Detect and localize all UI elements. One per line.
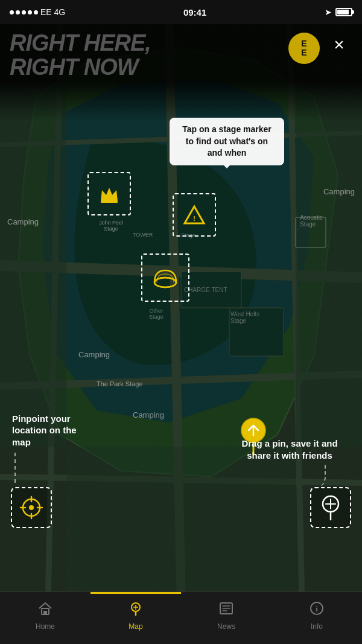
signal-dots xyxy=(10,10,38,14)
nav-item-news[interactable]: News xyxy=(181,592,272,644)
close-button[interactable]: × xyxy=(326,31,352,58)
location-button[interactable] xyxy=(11,487,52,528)
svg-rect-16 xyxy=(296,84,362,447)
svg-marker-21 xyxy=(101,188,118,201)
pyramid-icon: ! xyxy=(183,205,206,225)
tower-stage-label: TOWER xyxy=(133,232,153,238)
crosshair-icon xyxy=(18,494,45,521)
bottom-nav: Home Map News xyxy=(0,591,362,644)
pin-button[interactable] xyxy=(310,487,351,528)
camping-label-bottom-left: Camping xyxy=(78,350,110,359)
pin-button-icon xyxy=(320,494,341,521)
svg-text:!: ! xyxy=(193,215,195,222)
status-bar: EE 4G 09:41 ➤ xyxy=(0,0,362,24)
other-stage-marker[interactable] xyxy=(141,253,189,302)
tent-icon xyxy=(151,266,179,290)
svg-point-30 xyxy=(29,505,34,510)
home-icon xyxy=(37,601,53,620)
pinpoint-hint-text: Pinpoint your location on the map xyxy=(12,413,77,447)
camping-label-right: Camping xyxy=(323,187,355,196)
pinpoint-hint: Pinpoint your location on the map xyxy=(12,413,97,483)
park-stage-label: The Park Stage xyxy=(97,380,142,387)
battery-icon xyxy=(335,8,352,16)
pyramid-stage-marker[interactable]: ! xyxy=(173,193,216,237)
map-label: Map xyxy=(129,622,142,631)
location-arrow-icon: ➤ xyxy=(325,7,332,17)
svg-rect-22 xyxy=(101,201,118,203)
nav-item-home[interactable]: Home xyxy=(0,592,91,644)
news-icon xyxy=(218,601,234,620)
pyramid-stage-label: Stage xyxy=(181,232,195,238)
drag-hint: Drag a pin, save it and share it with fr… xyxy=(235,438,344,489)
camping-label-bottom: Camping xyxy=(133,410,164,419)
info-icon: i xyxy=(309,601,325,620)
status-right: ➤ xyxy=(325,7,352,17)
acoustic-stage-label: AcousticStage xyxy=(300,214,323,228)
main-stage-label: John PeelStage xyxy=(89,220,133,232)
map-area[interactable]: Camping Camping Camping Camping The Park… xyxy=(0,24,362,591)
ee-logo-text: EE xyxy=(301,39,306,58)
crown-icon xyxy=(98,184,120,203)
status-left: EE 4G xyxy=(10,7,65,17)
camping-label-left: Camping xyxy=(7,217,39,226)
stage-tooltip: Tap on a stage marker to find out what's… xyxy=(170,118,284,165)
home-label: Home xyxy=(36,622,55,631)
nav-item-map[interactable]: Map xyxy=(91,592,181,644)
charge-tent-label: CHARGE TENT xyxy=(184,287,227,293)
app-title: RIGHT HERE,RIGHT NOW xyxy=(10,31,288,80)
tooltip-text: Tap on a stage marker to find out what's… xyxy=(182,124,272,158)
svg-rect-39 xyxy=(43,611,47,614)
svg-rect-15 xyxy=(0,84,66,447)
drag-hint-text: Drag a pin, save it and share it with fr… xyxy=(241,438,337,461)
nav-item-info[interactable]: i Info xyxy=(272,592,362,644)
news-label: News xyxy=(217,622,235,631)
carrier-label: EE 4G xyxy=(40,7,65,17)
time-display: 09:41 xyxy=(183,7,206,18)
ee-logo: EE xyxy=(288,33,320,64)
info-label: Info xyxy=(311,622,323,631)
close-icon[interactable]: × xyxy=(334,36,345,54)
svg-text:i: i xyxy=(316,604,318,613)
header-overlay: RIGHT HERE,RIGHT NOW EE × xyxy=(0,24,362,121)
west-holts-label: West HoltsStage xyxy=(230,311,259,324)
map-nav-icon xyxy=(128,601,144,620)
dome-stage-label: OtherStage xyxy=(149,308,164,320)
main-stage-marker[interactable] xyxy=(87,172,131,215)
